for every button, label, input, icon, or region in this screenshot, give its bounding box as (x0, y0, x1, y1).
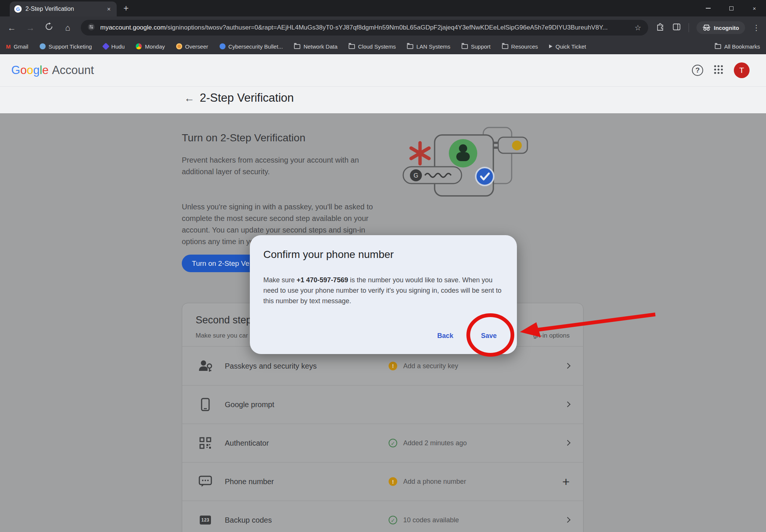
bookmark-folder-support[interactable]: Support (462, 43, 491, 50)
warning-icon: ! (389, 477, 397, 486)
asterisk-icon (411, 143, 429, 164)
bookmark-folder-network-data[interactable]: Network Data (294, 43, 337, 50)
backup-codes-icon: 123 (198, 513, 213, 528)
site-info-icon[interactable] (88, 23, 95, 32)
all-bookmarks-button[interactable]: All Bookmarks (715, 43, 760, 50)
reload-icon[interactable] (43, 22, 55, 33)
chevron-right-icon[interactable] (566, 517, 570, 523)
account-header: Google Account ? T (0, 54, 766, 87)
support-ticketing-icon (40, 43, 46, 49)
window-controls: × (696, 0, 766, 16)
page-title: 2-Step Verification (200, 91, 294, 105)
hudu-icon (102, 43, 110, 50)
toolbar-separator (689, 23, 689, 32)
section-heading: Turn on 2-Step Verification (182, 132, 305, 144)
browser-menu-icon[interactable]: ⋮ (753, 23, 760, 32)
row-status-text: Add a security key (403, 362, 458, 370)
check-icon: ✓ (389, 516, 397, 525)
address-bar[interactable]: myaccount.google.com/signinoptions/twosv… (81, 20, 648, 36)
message-bubble-icon (198, 474, 213, 489)
row-label: Authenticator (225, 439, 269, 448)
bookmark-folder-resources[interactable]: Resources (502, 43, 538, 50)
bookmark-quick-ticket[interactable]: Quick Ticket (549, 43, 586, 50)
security-illustration: G (396, 125, 546, 206)
quick-ticket-icon (549, 44, 552, 48)
apps-grid-icon[interactable] (714, 65, 723, 76)
incognito-badge: Incognito (696, 21, 745, 34)
tab-strip: G 2-Step Verification × + × (0, 0, 766, 16)
new-tab-button[interactable]: + (123, 3, 129, 13)
dialog-title: Confirm your phone number (263, 249, 394, 261)
browser-tab[interactable]: G 2-Step Verification × (10, 1, 117, 16)
back-icon[interactable]: ← (6, 23, 17, 33)
bookmark-support-ticketing[interactable]: Support Ticketing (40, 43, 92, 50)
bookmark-cybersecurity[interactable]: Cybersecurity Bullet... (220, 43, 283, 50)
extensions-icon[interactable] (656, 22, 665, 33)
confirm-phone-dialog: Confirm your phone number Make sure +1 4… (250, 235, 517, 354)
overseer-icon (176, 43, 182, 49)
bookmark-hudu[interactable]: Hudu (103, 43, 125, 50)
row-authenticator[interactable]: Authenticator ✓ Added 2 minutes ago (182, 424, 583, 462)
incognito-icon (702, 24, 711, 31)
dialog-actions: Back Save (433, 329, 500, 343)
tab-close-icon[interactable]: × (105, 5, 112, 13)
chevron-right-icon[interactable] (566, 401, 570, 408)
help-icon[interactable]: ? (692, 65, 703, 76)
qr-code-icon (198, 436, 213, 450)
minimize-button[interactable] (696, 0, 720, 16)
maximize-button[interactable] (720, 0, 743, 16)
key-dot-icon (512, 141, 522, 150)
row-backup-codes[interactable]: 123 Backup codes ✓ 10 codes available (182, 501, 583, 532)
account-product-label: Account (52, 64, 94, 77)
bookmarks-bar: MGmail Support Ticketing Hudu Monday Ove… (0, 39, 766, 54)
row-google-prompt[interactable]: Google prompt (182, 385, 583, 424)
avatar[interactable]: T (734, 62, 750, 78)
row-status-text: Add a phone number (403, 478, 466, 486)
side-panel-icon[interactable] (672, 22, 681, 33)
forward-icon[interactable]: → (25, 23, 36, 33)
folder-icon (462, 44, 468, 49)
folder-icon (349, 44, 355, 49)
incognito-label: Incognito (714, 25, 739, 31)
url-path: /signinoptions/twosv?authuser=0&rapt=AEj… (166, 24, 608, 31)
close-window-button[interactable]: × (743, 0, 766, 16)
row-label: Backup codes (225, 516, 272, 525)
bookmark-gmail[interactable]: MGmail (6, 43, 28, 50)
page-title-band: ← 2-Step Verification (0, 87, 766, 113)
row-label: Google prompt (225, 400, 274, 409)
save-button[interactable]: Save (477, 329, 500, 343)
bookmark-folder-lan-systems[interactable]: LAN Systems (407, 43, 450, 50)
svg-text:G: G (414, 172, 418, 179)
folder-icon (502, 44, 508, 49)
cybersecurity-icon (220, 43, 226, 49)
browser-toolbar: ← → ⌂ myaccount.google.com/signinoptions… (0, 16, 766, 39)
chevron-right-icon[interactable] (566, 440, 570, 446)
gmail-icon: M (6, 43, 11, 50)
card-subtitle-right: gn-in options (533, 332, 570, 339)
plus-icon[interactable]: + (562, 475, 570, 488)
bookmark-overseer[interactable]: Overseer (176, 43, 208, 50)
row-phone-number[interactable]: Phone number ! Add a phone number + (182, 462, 583, 501)
monday-icon (136, 43, 142, 49)
back-button[interactable]: Back (433, 329, 457, 343)
intro-paragraph: Prevent hackers from accessing your acco… (182, 154, 382, 178)
bookmark-folder-cloud-systems[interactable]: Cloud Systems (349, 43, 396, 50)
phone-device-icon (198, 397, 213, 412)
row-label: Passkeys and security keys (225, 362, 317, 370)
home-icon[interactable]: ⌂ (62, 23, 73, 33)
card-subtitle-left: Make sure you car (196, 332, 248, 339)
google-logo[interactable]: Google (11, 64, 49, 77)
row-status-text: 10 codes available (403, 516, 459, 524)
folder-icon (294, 44, 300, 49)
row-status-text: Added 2 minutes ago (403, 439, 467, 447)
folder-icon (715, 44, 721, 49)
bookmark-monday[interactable]: Monday (136, 43, 165, 50)
page-back-icon[interactable]: ← (184, 92, 194, 104)
row-label: Phone number (225, 477, 274, 486)
bookmark-star-icon[interactable]: ☆ (635, 23, 641, 32)
second-step-list: Passkeys and security keys ! Add a secur… (182, 347, 583, 532)
url-text[interactable]: myaccount.google.com/signinoptions/twosv… (100, 24, 629, 31)
warning-icon: ! (389, 362, 397, 370)
url-domain: myaccount.google.com (100, 24, 166, 31)
chevron-right-icon[interactable] (566, 363, 570, 369)
